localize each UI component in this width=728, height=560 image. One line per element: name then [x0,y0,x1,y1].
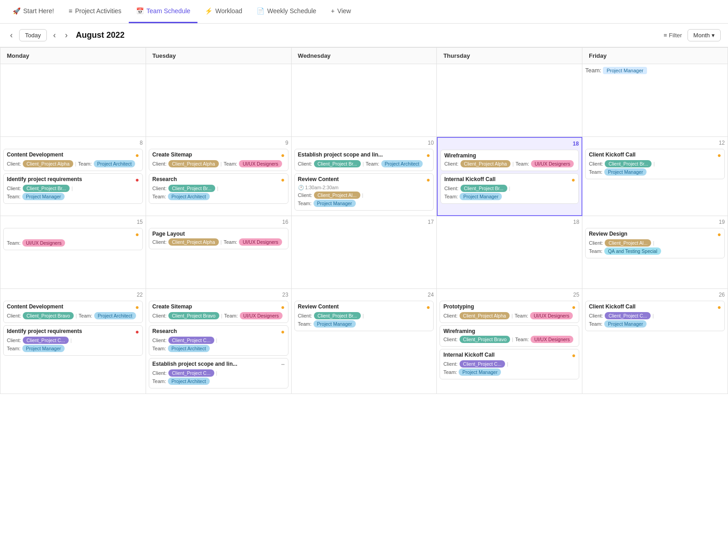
event-row: Client: Client_Project C... | [152,337,285,344]
day-number-today: 18 [440,141,579,147]
event-card[interactable]: Review Content ● Client: Client_Project … [294,301,434,331]
day-cell-15: 15 ● Team: UI/UX Designers [0,216,146,289]
event-row: Client: Client_Project Br... | [152,185,285,192]
event-title: Client Kickoff Call ● [589,151,721,159]
tab-activities[interactable]: ≡ Project Activities [61,0,129,23]
tab-weekly[interactable]: 📄 Weekly Schedule [249,0,324,23]
event-card[interactable]: Wireframing Client: Client_Project Alpha… [440,150,579,171]
event-card[interactable]: Research ● Client: Client_Project C... |… [149,325,288,356]
tab-start-label: Start Here! [23,7,54,15]
day-cell [0,64,146,137]
event-card[interactable]: Page Layout Client: Client_Project Alpha… [149,228,288,249]
event-dot-icon: ● [281,151,284,159]
event-row: Team: Project Manager [444,193,575,200]
event-card[interactable]: Research ● Client: Client_Project Br... … [149,173,288,204]
client-tag: Client_Project Alpha [460,160,511,167]
event-row: Team: Project Manager [298,200,430,207]
client-tag: Client_Project C... [23,337,69,344]
toolbar-left: ‹ Today ‹ › August 2022 [7,29,663,41]
event-card[interactable]: Create Sitemap ● Client: Client_Project … [149,149,288,171]
event-card[interactable]: Internal Kickoff Call ● Client: Client_P… [440,349,579,379]
chevron-down-icon: ▾ [712,32,715,39]
event-title: Wireframing [443,328,576,334]
day-cell-18: 18 [437,216,582,289]
event-row: Client: Client_Project Br... | [589,160,721,167]
event-card[interactable]: Wireframing Client: Client_Project Bravo… [440,325,579,347]
event-title: Client Kickoff Call ● [589,303,721,311]
tab-team[interactable]: 📅 Team Schedule [129,0,198,23]
client-tag: Client_Project Br... [460,185,507,192]
event-row: Team: Project Manager [443,368,576,376]
next-button[interactable]: › [62,30,71,41]
event-row: Team: Project Manager [589,168,721,176]
calendar-icon: 📅 [136,7,144,15]
event-card[interactable]: Content Development ● Client: Client_Pro… [3,301,143,323]
day-number: 16 [149,219,288,225]
event-title: Prototyping ● [443,303,576,311]
tab-workload[interactable]: ⚡ Workload [197,0,249,23]
doc-icon: 📄 [257,7,264,15]
event-dot-dash-icon: − [281,361,284,368]
event-card[interactable]: Prototyping ● Client: Client_Project Alp… [440,301,579,323]
event-card[interactable]: Review Design ● Client: Client_Project A… [585,228,725,258]
day-cell-16: 16 Page Layout Client: Client_Project Al… [146,216,292,289]
team-tag: UI/UX Designers [531,160,574,167]
event-title: ● [7,231,139,238]
day-number: 23 [149,292,288,298]
event-card[interactable]: Review Content ● 🕐 1:30am-2:30am Client:… [294,173,434,211]
team-tag: QA and Testing Special [604,247,661,255]
event-card[interactable]: Content Development ● Client: Client_Pro… [3,149,143,171]
event-card[interactable]: ● Team: UI/UX Designers [3,228,143,250]
event-title: Identify project requirements ● [7,176,139,183]
event-card[interactable]: Identify project requirements ● Client: … [3,173,143,204]
client-tag: Client_Project C... [460,360,506,368]
event-card[interactable]: Client Kickoff Call ● Client: Client_Pro… [585,149,725,179]
event-row: Client: Client_Project Alpha | Team: UI/… [443,312,576,319]
day-number: 19 [585,219,725,225]
workload-icon: ⚡ [205,7,212,15]
team-tag: UI/UX Designers [530,312,573,319]
event-card[interactable]: Establish project scope and lin... ● Cli… [294,149,434,171]
day-number: 9 [149,140,288,146]
day-number: 8 [3,140,143,146]
event-row: Team: UI/UX Designers [7,239,139,247]
event-card[interactable]: Create Sitemap ● Client: Client_Project … [149,301,288,323]
prev-button[interactable]: ‹ [51,30,59,41]
tab-workload-label: Workload [215,7,242,15]
day-cell-19: 19 Review Design ● Client: Client_Projec… [582,216,728,289]
event-row: Client: Client_Project Bravo | Team: UI/… [443,336,576,343]
event-title: Content Development ● [7,303,139,311]
chevron-down-nav[interactable]: ‹ [7,30,15,41]
tab-view-add[interactable]: + View [324,0,358,23]
event-card[interactable]: Identify project requirements ● Client: … [3,325,143,356]
client-tag: Client_Project Bravo [460,336,511,343]
tab-start[interactable]: 🚀 Start Here! [5,0,61,23]
event-title: Page Layout [152,231,285,237]
day-cell [292,64,437,137]
day-cell-11-today: 18 Wireframing Client: Client_Project Al… [437,137,582,216]
event-card[interactable]: Establish project scope and lin... − Cli… [149,358,288,388]
event-title: Review Content ● [298,303,430,311]
team-tag: Project Architect [168,345,210,352]
day-cell-26: 26 Client Kickoff Call ● Client: Client_… [582,289,728,394]
event-title: Establish project scope and lin... ● [298,151,430,159]
team-tag: Project Architect [168,193,210,200]
event-row: Client: Client_Project Alpha | Team: UI/… [152,238,285,246]
client-tag: Client_Project Br... [314,160,361,167]
month-button[interactable]: Month ▾ [688,29,721,41]
filter-icon: ≡ [663,32,667,39]
today-button[interactable]: Today [19,29,47,41]
day-cell-17: 17 [292,216,437,289]
client-tag: Client_Project Br... [314,312,361,319]
event-card[interactable]: Internal Kickoff Call ● Client: Client_P… [440,173,579,204]
event-dot-red-icon: ● [135,328,139,335]
event-card[interactable]: Client Kickoff Call ● Client: Client_Pro… [585,301,725,331]
team-tag: Project Manager [604,168,647,176]
team-tag: Project Manager [22,345,65,352]
filter-button[interactable]: ≡ Filter [663,32,682,39]
event-time: 🕐 1:30am-2:30am [298,185,430,191]
client-tag: Client_Project Bravo [168,312,219,319]
event-dot-icon: ● [571,176,575,183]
event-row: Client: Client_Project Alpha | Team: UI/… [152,160,285,167]
event-row: Client: Client_Project Br... | Team: Pro… [298,160,430,167]
